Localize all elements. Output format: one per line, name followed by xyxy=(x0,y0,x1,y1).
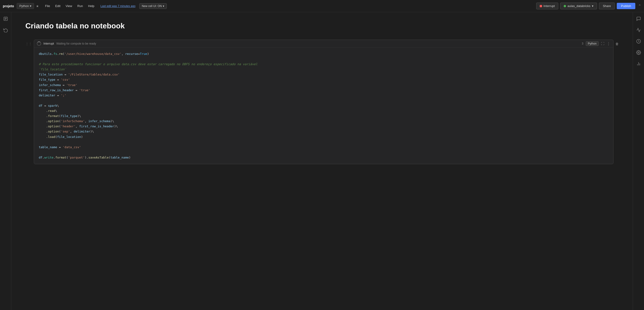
expand-icon[interactable]: ⌃ xyxy=(638,4,641,8)
menu-edit[interactable]: Edit xyxy=(53,3,63,9)
menu-view[interactable]: View xyxy=(63,3,74,9)
cell-lang-btn[interactable]: Python xyxy=(586,41,599,46)
topbar-right: Interrupt aulas_databricks ▾ Share Publi… xyxy=(536,2,641,9)
new-cell-label: New cell UI: ON xyxy=(142,4,162,8)
svg-point-5 xyxy=(638,52,639,53)
main-layout: Criando tabela no notebook ⋮⋮ Interrupt … xyxy=(0,12,644,310)
python-dropdown-btn[interactable]: Python ▾ xyxy=(17,3,34,9)
notebook-title: Criando tabela no notebook xyxy=(25,21,619,30)
code-content[interactable]: dbutils.fs.rm('/user/hive/warehouse/data… xyxy=(34,48,613,164)
menu-bar: File Edit View Run Help xyxy=(43,3,97,9)
left-sidebar xyxy=(0,12,11,310)
python-label: Python xyxy=(19,4,29,8)
sidebar-icon-history[interactable] xyxy=(635,37,642,45)
cell-spinner xyxy=(37,41,41,46)
edit-info-link[interactable]: Last edit was 7 minutes ago xyxy=(100,4,136,8)
menu-run[interactable]: Run xyxy=(75,3,85,9)
cell-number: 3 xyxy=(582,42,584,45)
cell-more-icon[interactable]: ⋮ xyxy=(607,41,610,46)
sidebar-icon-analytics[interactable] xyxy=(635,26,642,34)
cluster-btn[interactable]: aulas_databricks ▾ xyxy=(560,2,597,9)
chevron-down-icon: ▾ xyxy=(30,4,32,8)
menu-file[interactable]: File xyxy=(43,3,52,9)
publish-btn[interactable]: Publish xyxy=(617,3,635,9)
sidebar-icon-refresh[interactable] xyxy=(2,26,10,34)
right-sidebar xyxy=(633,12,644,310)
cell-interrupt-btn[interactable]: Interrupt xyxy=(44,42,54,45)
chevron-down-icon-new-cell: ▾ xyxy=(163,4,164,8)
cluster-status-dot xyxy=(564,5,566,7)
sidebar-icon-comments[interactable] xyxy=(635,15,642,22)
sidebar-icon-settings[interactable] xyxy=(635,49,642,56)
code-cell-wrapper: ⋮⋮ Interrupt Waiting for compute to be r… xyxy=(25,40,619,164)
code-cell: Interrupt Waiting for compute to be read… xyxy=(34,40,614,164)
cluster-name: aulas_databricks xyxy=(568,4,590,8)
menu-help[interactable]: Help xyxy=(86,3,97,9)
cell-header: Interrupt Waiting for compute to be read… xyxy=(34,40,613,48)
cell-status: Waiting for compute to be ready xyxy=(56,42,96,45)
topbar: projeto Python ▾ ★ File Edit View Run He… xyxy=(0,0,644,12)
interrupt-dot xyxy=(540,5,542,7)
new-cell-ui-btn[interactable]: New cell UI: ON ▾ xyxy=(139,3,167,9)
interrupt-label: Interrupt xyxy=(544,4,555,8)
content-area: Criando tabela no notebook ⋮⋮ Interrupt … xyxy=(11,12,633,310)
sidebar-icon-chart[interactable] xyxy=(635,60,642,68)
cell-delete-icon[interactable]: 🗑 xyxy=(615,40,619,46)
sidebar-icon-notes[interactable] xyxy=(2,15,10,22)
logo: projeto xyxy=(3,4,14,8)
chevron-down-icon-cluster: ▾ xyxy=(592,4,594,8)
share-btn[interactable]: Share xyxy=(599,2,615,9)
cell-expand-icon[interactable]: ⛶ xyxy=(601,42,604,45)
star-icon[interactable]: ★ xyxy=(36,4,39,8)
drag-handle[interactable]: ⋮⋮ xyxy=(25,40,32,46)
interrupt-btn[interactable]: Interrupt xyxy=(536,2,558,9)
